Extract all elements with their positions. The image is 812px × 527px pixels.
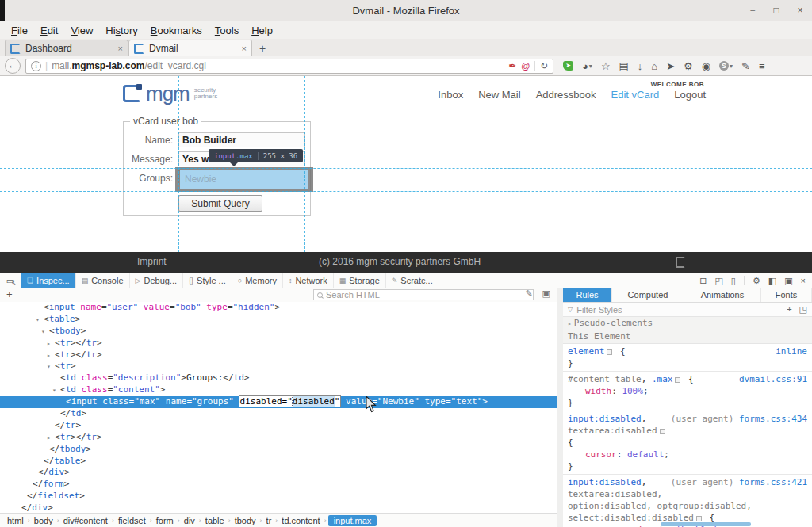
- rule-source-link[interactable]: dvmail.css:91: [739, 373, 807, 385]
- submit-button[interactable]: Submit Query: [178, 195, 262, 212]
- nav-link-addressbook[interactable]: Addressbook: [536, 89, 596, 101]
- devtools-tab-inspec[interactable]: ❏Inspec...: [21, 273, 76, 288]
- settings-gear-icon[interactable]: ⚙: [684, 60, 693, 72]
- menu-bookmarks[interactable]: Bookmarks: [144, 25, 209, 36]
- nav-link-inbox[interactable]: Inbox: [438, 89, 463, 101]
- nav-link-logout[interactable]: Logout: [674, 89, 706, 101]
- search-html-input[interactable]: Search HTML: [313, 289, 534, 300]
- markup-line[interactable]: ▾<tr>: [0, 361, 557, 372]
- sidebar-tab-computed[interactable]: Computed: [612, 288, 684, 302]
- devtools-close-icon[interactable]: ×: [801, 276, 806, 285]
- breadcrumb-item[interactable]: table: [203, 516, 227, 525]
- rule-source-link[interactable]: inline: [776, 346, 807, 357]
- nav-link-new-mail[interactable]: New Mail: [478, 89, 520, 101]
- tab-close-icon[interactable]: ×: [118, 44, 123, 53]
- debian-icon[interactable]: @: [521, 61, 530, 71]
- pseudo-elements-header[interactable]: ▸Pseudo-elements: [563, 317, 812, 330]
- dock-side-icon[interactable]: ◧: [768, 276, 776, 286]
- rule-source-link[interactable]: (user agent) forms.css:421: [671, 476, 807, 488]
- markup-line[interactable]: </form>: [0, 479, 557, 491]
- markup-edit-icon[interactable]: ✎: [525, 288, 532, 299]
- tab-close-icon[interactable]: ×: [242, 44, 247, 53]
- devtools-settings-icon[interactable]: ⚙: [753, 276, 760, 286]
- devtools-tab-storage[interactable]: ▦Storage: [334, 273, 386, 288]
- markup-line[interactable]: <td class="description">Groups:</td>: [0, 372, 557, 384]
- markup-line[interactable]: ▾<table>: [0, 314, 557, 326]
- markup-line[interactable]: ▸<tr></tr>: [0, 349, 557, 361]
- markup-line[interactable]: </td>: [0, 408, 557, 420]
- class-panel-icon[interactable]: ◳: [799, 304, 807, 315]
- back-button[interactable]: ←: [5, 58, 21, 74]
- devtools-tab-console[interactable]: ▤Console: [76, 273, 130, 288]
- css-declaration[interactable]: cursor: default;: [568, 449, 807, 460]
- edit-pencil-icon[interactable]: ✎: [741, 60, 750, 72]
- url-bar[interactable]: i | mail.mgmsp-lab.com/edit_vcard.cgi ✒@…: [25, 59, 553, 74]
- expander-icon[interactable]: ▸: [47, 350, 55, 362]
- breadcrumb-item[interactable]: form: [154, 516, 176, 525]
- markup-line[interactable]: ▸<tr></tr>: [0, 432, 557, 444]
- browser-tab-dvmail[interactable]: Dvmail×: [128, 40, 252, 56]
- breadcrumb-item[interactable]: div#content: [61, 516, 110, 525]
- browser-tab-dashboard[interactable]: Dashboard×: [5, 40, 128, 56]
- markup-line[interactable]: <input class="max" name="groups" disable…: [0, 396, 557, 408]
- download-icon[interactable]: ↓: [638, 60, 643, 72]
- expander-icon[interactable]: ▾: [52, 385, 60, 397]
- markup-line[interactable]: ▾<tbody>: [0, 326, 557, 338]
- close-button[interactable]: ×: [795, 0, 806, 21]
- globe-icon[interactable]: ◉: [702, 60, 710, 72]
- pick-element-icon[interactable]: ▭↖: [0, 273, 21, 288]
- dock-window-icon[interactable]: ▣: [784, 276, 792, 286]
- theme-palette-icon[interactable]: ◕▾: [582, 60, 592, 72]
- selector-target-icon[interactable]: [607, 349, 612, 355]
- menu-view[interactable]: View: [64, 25, 99, 36]
- selector-target-icon[interactable]: [675, 377, 680, 383]
- account-badge-icon[interactable]: S▾: [719, 61, 733, 71]
- home-icon[interactable]: ⌂: [651, 60, 657, 72]
- markup-line[interactable]: <input name="user" value="bob" type="hid…: [0, 302, 557, 314]
- reload-icon[interactable]: ↻: [540, 60, 548, 71]
- extension-green-icon[interactable]: ➤: [563, 61, 573, 71]
- sidebar-tab-fonts[interactable]: Fonts: [761, 288, 812, 302]
- filter-styles-input[interactable]: Filter Styles: [576, 305, 622, 315]
- reader-pen-icon[interactable]: ✒: [508, 60, 516, 71]
- markup-line[interactable]: ▾<td class="content">: [0, 384, 557, 396]
- devtools-tab-memory[interactable]: ○Memory: [232, 273, 283, 288]
- selector-target-icon[interactable]: [696, 516, 702, 521]
- clipboard-icon[interactable]: ▤: [619, 60, 629, 72]
- breadcrumb-item[interactable]: tbody: [232, 516, 259, 525]
- new-tab-button[interactable]: +: [252, 40, 273, 56]
- send-icon[interactable]: ➤: [666, 60, 675, 72]
- menu-history[interactable]: History: [99, 25, 144, 36]
- page-info-icon[interactable]: i: [31, 61, 41, 71]
- breadcrumb-item[interactable]: div: [182, 516, 197, 525]
- breadcrumb-item[interactable]: fieldset: [116, 516, 148, 525]
- field-input-name[interactable]: [178, 132, 305, 147]
- markup-line[interactable]: </table>: [0, 456, 557, 468]
- markup-line[interactable]: </tr>: [0, 420, 557, 432]
- device-icon[interactable]: ▯: [731, 276, 736, 286]
- breadcrumb-item[interactable]: tr: [264, 516, 274, 525]
- expander-icon[interactable]: ▾: [41, 327, 49, 338]
- paint-flashing-icon[interactable]: ▣: [542, 288, 550, 299]
- expander-icon[interactable]: ▸: [47, 433, 55, 445]
- bookmark-star-icon[interactable]: ☆: [601, 60, 611, 72]
- devtools-tab-scratc[interactable]: ✎Scratc...: [386, 273, 439, 288]
- markup-line[interactable]: </div>: [0, 502, 557, 514]
- devtools-tab-style[interactable]: {}Style ...: [183, 273, 232, 288]
- breadcrumb-item[interactable]: body: [32, 516, 56, 525]
- menu-help[interactable]: Help: [245, 25, 279, 36]
- markup-line[interactable]: ▸<tr></tr>: [0, 338, 557, 349]
- markup-line[interactable]: </div>: [0, 467, 557, 479]
- expander-icon[interactable]: ▾: [47, 361, 55, 373]
- breadcrumb-item[interactable]: html: [5, 516, 26, 525]
- menu-hamburger-icon[interactable]: ≡: [759, 60, 765, 72]
- imprint-link[interactable]: Imprint: [137, 256, 167, 267]
- expander-icon[interactable]: ▸: [47, 338, 55, 350]
- sidebar-tab-animations[interactable]: Animations: [684, 288, 761, 302]
- sidebar-scrollbar[interactable]: [661, 522, 751, 526]
- expander-icon[interactable]: ▾: [36, 315, 44, 327]
- markup-line[interactable]: </tbody>: [0, 444, 557, 456]
- split-console-icon[interactable]: ⊟: [699, 276, 707, 286]
- rule-source-link[interactable]: (user agent) forms.css:434: [671, 413, 807, 425]
- devtools-tab-debug[interactable]: ▷Debug...: [130, 273, 184, 288]
